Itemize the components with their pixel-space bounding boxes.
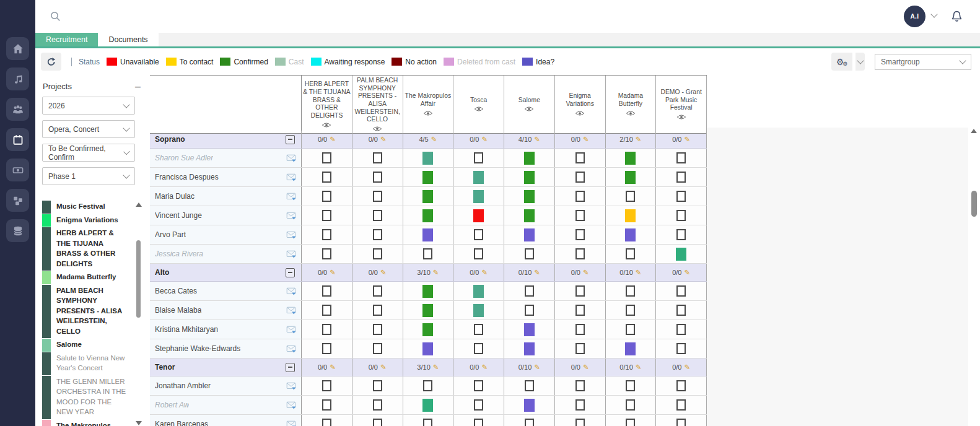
- projects-filter-2[interactable]: Opera, Concert: [42, 120, 135, 138]
- status-cell[interactable]: [453, 206, 504, 225]
- edit-count-pencil-icon[interactable]: ✎: [684, 363, 690, 372]
- artist-name[interactable]: Stephanie Wake-Edwards: [155, 344, 240, 353]
- status-cell[interactable]: [504, 339, 555, 358]
- project-item-music-festival[interactable]: Music Festival: [42, 201, 136, 214]
- status-cell[interactable]: [606, 339, 657, 358]
- artist-name[interactable]: Francisca Despues: [155, 173, 219, 181]
- edit-count-pencil-icon[interactable]: ✎: [380, 363, 387, 372]
- send-email-icon[interactable]: [286, 382, 297, 390]
- status-cell[interactable]: [403, 282, 454, 300]
- status-cell[interactable]: [302, 206, 352, 225]
- status-cell[interactable]: [352, 376, 403, 395]
- window-scrollbar[interactable]: [968, 75, 980, 426]
- collapse-group-icon[interactable]: [286, 363, 295, 372]
- project-item-salome[interactable]: Salome: [42, 339, 136, 352]
- status-cell[interactable]: [403, 415, 454, 426]
- status-cell[interactable]: [352, 206, 403, 225]
- edit-count-pencil-icon[interactable]: ✎: [380, 268, 387, 277]
- status-cell[interactable]: [302, 339, 352, 358]
- status-cell[interactable]: [555, 168, 606, 186]
- status-cell[interactable]: [453, 168, 504, 186]
- status-cell[interactable]: [453, 415, 504, 426]
- status-cell[interactable]: [656, 187, 707, 206]
- project-item-madama-butterfly[interactable]: Madama Butterfly: [42, 271, 136, 284]
- collapse-projects-panel-button[interactable]: –: [135, 84, 141, 90]
- edit-count-pencil-icon[interactable]: ✎: [481, 135, 488, 144]
- status-cell[interactable]: [302, 187, 352, 206]
- settings-gears-icon[interactable]: ⚙⚙: [831, 53, 852, 71]
- status-cell[interactable]: [403, 396, 454, 414]
- status-cell[interactable]: [606, 168, 657, 186]
- status-cell[interactable]: [504, 206, 555, 225]
- projects-filter-3[interactable]: To Be Confirmed, Confirm: [42, 144, 135, 162]
- edit-count-pencil-icon[interactable]: ✎: [534, 135, 540, 144]
- refresh-button[interactable]: [41, 53, 61, 71]
- status-cell[interactable]: [606, 149, 657, 167]
- tab-documents[interactable]: Documents: [98, 33, 158, 46]
- status-cell[interactable]: [555, 206, 606, 225]
- project-item-salute-to-vienna-new-year-s-concert[interactable]: Salute to Vienna New Year's Concert: [42, 352, 136, 375]
- status-cell[interactable]: [656, 245, 707, 263]
- status-cell[interactable]: [555, 282, 606, 300]
- status-cell[interactable]: [302, 376, 352, 395]
- status-cell[interactable]: [352, 301, 403, 320]
- status-cell[interactable]: [403, 225, 454, 244]
- status-cell[interactable]: [606, 282, 657, 300]
- status-cell[interactable]: [352, 320, 403, 339]
- toggle-column-visibility-eye-icon[interactable]: [676, 114, 686, 120]
- toggle-column-visibility-eye-icon[interactable]: [474, 106, 484, 112]
- send-email-icon[interactable]: [286, 173, 297, 181]
- status-cell[interactable]: [656, 282, 707, 300]
- status-cell[interactable]: [453, 339, 504, 358]
- send-email-icon[interactable]: [286, 287, 297, 295]
- status-cell[interactable]: [403, 320, 454, 339]
- edit-count-pencil-icon[interactable]: ✎: [583, 135, 589, 144]
- toggle-column-visibility-eye-icon[interactable]: [626, 110, 636, 116]
- status-cell[interactable]: [555, 415, 606, 426]
- status-cell[interactable]: [656, 168, 707, 186]
- status-cell[interactable]: [453, 149, 504, 167]
- status-cell[interactable]: [656, 301, 707, 320]
- status-cell[interactable]: [302, 320, 352, 339]
- status-cell[interactable]: [656, 320, 707, 339]
- status-cell[interactable]: [606, 187, 657, 206]
- status-cell[interactable]: [606, 320, 657, 339]
- status-cell[interactable]: [403, 376, 454, 395]
- smartgroup-select[interactable]: Smartgroup: [875, 54, 971, 70]
- scroll-down-arrow-icon[interactable]: [136, 421, 142, 425]
- nav-calendar-icon[interactable]: [6, 128, 29, 151]
- status-cell[interactable]: [555, 320, 606, 339]
- status-cell[interactable]: [453, 376, 504, 395]
- nav-home-icon[interactable]: [6, 37, 29, 60]
- notifications-bell-icon[interactable]: [950, 10, 963, 23]
- status-cell[interactable]: [504, 168, 555, 186]
- status-cell[interactable]: [555, 396, 606, 414]
- status-cell[interactable]: [656, 339, 707, 358]
- status-cell[interactable]: [656, 396, 707, 414]
- send-email-icon[interactable]: [286, 326, 297, 334]
- status-cell[interactable]: [555, 225, 606, 244]
- status-cell[interactable]: [352, 339, 403, 358]
- status-cell[interactable]: [606, 301, 657, 320]
- status-cell[interactable]: [302, 168, 352, 186]
- status-cell[interactable]: [656, 415, 707, 426]
- artist-name[interactable]: Sharon Sue Adler: [155, 154, 213, 162]
- edit-count-pencil-icon[interactable]: ✎: [431, 135, 437, 144]
- status-cell[interactable]: [656, 376, 707, 395]
- status-cell[interactable]: [302, 396, 352, 414]
- send-email-icon[interactable]: [286, 154, 297, 162]
- send-email-icon[interactable]: [286, 193, 297, 201]
- status-cell[interactable]: [302, 149, 352, 167]
- status-cell[interactable]: [302, 301, 352, 320]
- status-cell[interactable]: [504, 376, 555, 395]
- artist-name[interactable]: Blaise Malaba: [155, 306, 201, 315]
- projects-filter-1[interactable]: 2026: [42, 97, 135, 115]
- edit-count-pencil-icon[interactable]: ✎: [481, 363, 488, 372]
- edit-count-pencil-icon[interactable]: ✎: [433, 268, 439, 277]
- nav-dice-icon[interactable]: [6, 189, 29, 212]
- artist-name[interactable]: Jonathan Ambler: [155, 381, 211, 390]
- status-cell[interactable]: [453, 282, 504, 300]
- project-item-the-glenn-miller-orchestra-in-the-mood-for-the-new-year[interactable]: THE GLENN MILLER ORCHESTRA IN THE MOOD F…: [42, 376, 136, 419]
- tab-recruitment[interactable]: Recruitment: [35, 33, 98, 46]
- status-cell[interactable]: [453, 187, 504, 206]
